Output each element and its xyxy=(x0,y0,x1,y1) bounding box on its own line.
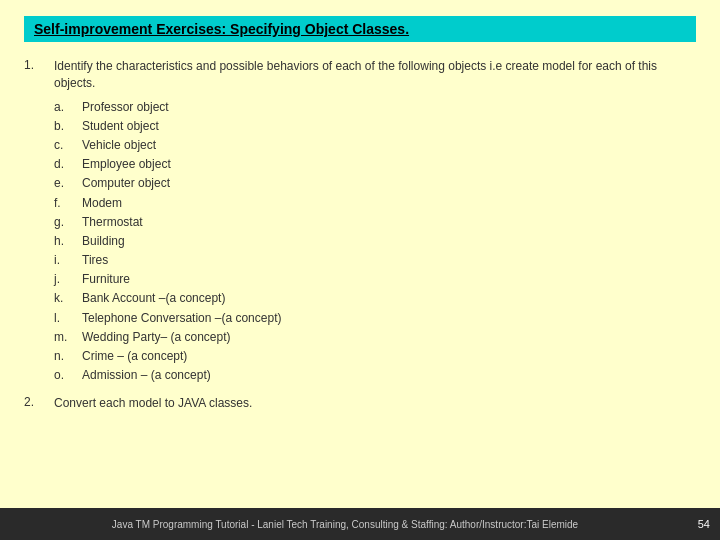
footer-page: 54 xyxy=(680,518,710,530)
sub-letter: l. xyxy=(54,309,82,328)
list-item: k.Bank Account –(a concept) xyxy=(54,289,696,308)
sub-text: Modem xyxy=(82,194,122,213)
list-item: l.Telephone Conversation –(a concept) xyxy=(54,309,696,328)
sub-text: Employee object xyxy=(82,155,171,174)
slide-container: Self-improvement Exercises: Specifying O… xyxy=(0,0,720,540)
sub-text: Tires xyxy=(82,251,108,270)
sub-text: Student object xyxy=(82,117,159,136)
list-item: n.Crime – (a concept) xyxy=(54,347,696,366)
sub-letter: m. xyxy=(54,328,82,347)
sub-letter: e. xyxy=(54,174,82,193)
sub-letter: c. xyxy=(54,136,82,155)
list-item: j.Furniture xyxy=(54,270,696,289)
sub-text: Thermostat xyxy=(82,213,143,232)
sub-text: Admission – (a concept) xyxy=(82,366,211,385)
list-item: g.Thermostat xyxy=(54,213,696,232)
sub-letter: h. xyxy=(54,232,82,251)
sub-text: Bank Account –(a concept) xyxy=(82,289,225,308)
list-item: m.Wedding Party– (a concept) xyxy=(54,328,696,347)
sub-text: Crime – (a concept) xyxy=(82,347,187,366)
sub-letter: a. xyxy=(54,98,82,117)
list-item: d.Employee object xyxy=(54,155,696,174)
footer: Java TM Programming Tutorial - Laniel Te… xyxy=(0,508,720,540)
sub-letter: j. xyxy=(54,270,82,289)
list-item: h.Building xyxy=(54,232,696,251)
slide-content: Self-improvement Exercises: Specifying O… xyxy=(0,0,720,508)
list-item: a.Professor object xyxy=(54,98,696,117)
slide-title: Self-improvement Exercises: Specifying O… xyxy=(24,16,696,42)
list-item: o.Admission – (a concept) xyxy=(54,366,696,385)
sub-text: Wedding Party– (a concept) xyxy=(82,328,231,347)
sub-letter: n. xyxy=(54,347,82,366)
sub-text: Building xyxy=(82,232,125,251)
sub-letter: d. xyxy=(54,155,82,174)
list-item: c.Vehicle object xyxy=(54,136,696,155)
sub-text: Vehicle object xyxy=(82,136,156,155)
exercise-number-2: 2. xyxy=(24,395,54,418)
sub-letter: i. xyxy=(54,251,82,270)
exercise-content-1: Identify the characteristics and possibl… xyxy=(54,58,696,385)
exercise-item-1: 1. Identify the characteristics and poss… xyxy=(24,58,696,385)
sub-letter: k. xyxy=(54,289,82,308)
exercise-number-1: 1. xyxy=(24,58,54,385)
exercise-desc-1: Identify the characteristics and possibl… xyxy=(54,58,696,92)
sub-letter: b. xyxy=(54,117,82,136)
list-item: i.Tires xyxy=(54,251,696,270)
exercise-list: 1. Identify the characteristics and poss… xyxy=(24,58,696,428)
list-item: b.Student object xyxy=(54,117,696,136)
list-item: f.Modem xyxy=(54,194,696,213)
sub-text: Telephone Conversation –(a concept) xyxy=(82,309,281,328)
exercise-item-2: 2. Convert each model to JAVA classes. xyxy=(24,395,696,418)
list-item: e.Computer object xyxy=(54,174,696,193)
sub-letter: g. xyxy=(54,213,82,232)
sub-letter: f. xyxy=(54,194,82,213)
sub-letter: o. xyxy=(54,366,82,385)
sub-text: Computer object xyxy=(82,174,170,193)
exercise-content-2: Convert each model to JAVA classes. xyxy=(54,395,696,418)
sub-list: a.Professor objectb.Student objectc.Vehi… xyxy=(54,98,696,386)
exercise-desc-2: Convert each model to JAVA classes. xyxy=(54,395,696,412)
sub-text: Professor object xyxy=(82,98,169,117)
footer-text: Java TM Programming Tutorial - Laniel Te… xyxy=(10,519,680,530)
sub-text: Furniture xyxy=(82,270,130,289)
